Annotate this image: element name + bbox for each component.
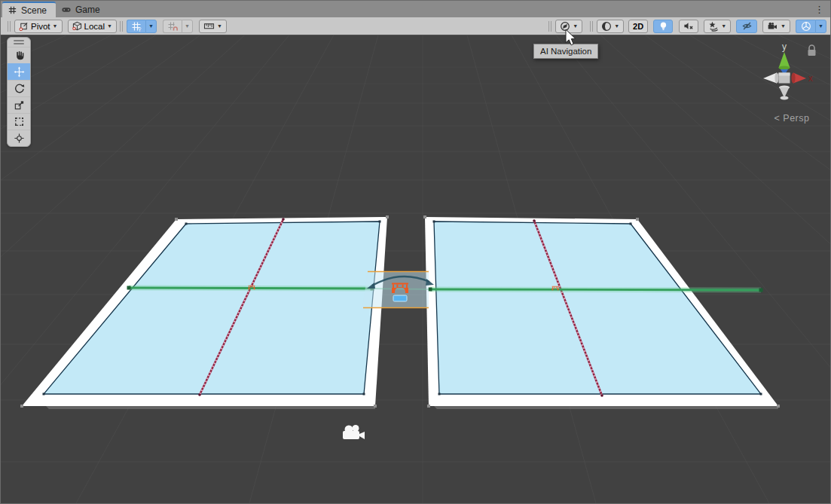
dropdown-arrow-icon: ▼ <box>781 23 786 29</box>
effects-visibility-button[interactable]: ▼ <box>704 20 731 33</box>
overlay-drag-handle[interactable] <box>8 38 30 47</box>
toolbar-separator <box>548 21 549 32</box>
dropdown-arrow-icon: ▼ <box>721 23 726 29</box>
table-shadows <box>46 406 778 409</box>
cube-local-icon <box>72 21 82 31</box>
y-neg-cone[interactable] <box>779 86 790 100</box>
toolbar-drag-handle[interactable] <box>8 21 8 32</box>
gizmos-icon <box>801 21 811 32</box>
dropdown-arrow-icon: ▼ <box>217 23 222 29</box>
scene-lighting-toggle[interactable] <box>653 20 673 33</box>
snap-increment-button[interactable]: ▼ <box>199 20 227 33</box>
x-neg-cone[interactable] <box>763 73 779 84</box>
gamepad-icon <box>61 5 72 14</box>
rect-tool-button[interactable] <box>8 113 30 130</box>
tool-handle-position-button[interactable]: Pivot ▼ <box>14 20 63 33</box>
transform-tool-icon <box>14 133 25 144</box>
projection-mode-label[interactable]: < Persp <box>754 113 829 124</box>
rect-tool-icon <box>14 116 25 127</box>
audio-muted-icon <box>683 21 694 31</box>
toolbar-separator <box>120 21 121 32</box>
audio-mute-toggle[interactable] <box>679 20 698 33</box>
dropdown-arrow-icon: ▼ <box>53 23 58 29</box>
pivot-label: Pivot <box>31 22 50 31</box>
orientation-gizmo-graphic: y <box>754 40 829 111</box>
tab-bar: Scene Game ⋮ <box>1 1 830 17</box>
scene-grid-icon <box>8 5 17 15</box>
dropdown-arrow-icon: ▼ <box>107 23 112 29</box>
unity-scene-view-window: Scene Game ⋮ Pivot ▼ <box>0 0 831 504</box>
lock-icon[interactable] <box>808 45 816 56</box>
mouse-cursor-icon <box>561 29 576 48</box>
grid-visibility-dropdown[interactable]: ▼ <box>145 20 157 33</box>
toolbar-right-group: ▼ ▼ 2D <box>545 20 826 33</box>
scale-tool-icon <box>14 99 25 111</box>
navmesh-plane-right[interactable] <box>423 215 780 408</box>
hand-tool-icon <box>14 50 25 61</box>
toolbar-separator <box>590 21 591 32</box>
2d-label: 2D <box>633 22 643 31</box>
orientation-gizmo[interactable]: y <box>754 40 829 124</box>
x-axis-label: x <box>808 73 813 84</box>
2d-view-toggle[interactable]: 2D <box>628 20 648 33</box>
scene-3d-world <box>1 35 830 503</box>
x-axis-cone[interactable] <box>791 73 806 84</box>
y-axis-label: y <box>782 41 787 52</box>
snap-magnet-icon <box>167 21 178 32</box>
rotate-tool-button[interactable] <box>8 80 30 96</box>
shading-sphere-icon <box>601 21 612 32</box>
gizmo-center-cube[interactable] <box>779 73 790 84</box>
scene-toolbar: Pivot ▼ Local ▼ Y ▼ <box>1 17 830 35</box>
dropdown-arrow-icon: ▼ <box>614 23 619 29</box>
tab-game[interactable]: Game <box>56 2 109 17</box>
scene-camera-icon <box>767 21 778 31</box>
gizmos-toggle[interactable] <box>796 20 815 33</box>
gizmos-dropdown[interactable]: ▼ <box>815 20 826 33</box>
camera-gizmo-icon[interactable] <box>343 425 365 439</box>
grid-axis-icon: Y <box>131 21 142 32</box>
scene-grid <box>1 35 830 503</box>
scene-viewport[interactable]: y <box>1 35 830 503</box>
svg-text:Y: Y <box>138 26 142 32</box>
grid-visibility-group: Y ▼ <box>127 20 157 33</box>
navmesh-plane-left[interactable] <box>20 215 389 408</box>
tool-handle-rotation-button[interactable]: Local ▼ <box>68 20 117 33</box>
tools-overlay <box>7 37 31 147</box>
camera-settings-button[interactable]: ▼ <box>762 20 790 33</box>
grid-snapping-dropdown: ▼ <box>182 20 193 33</box>
grid-snapping-group: ▼ <box>163 20 193 33</box>
tab-scene-label: Scene <box>21 5 47 16</box>
gizmos-group: ▼ <box>796 20 826 33</box>
scene-visibility-toggle[interactable] <box>736 20 757 33</box>
lightbulb-icon <box>658 21 668 32</box>
ruler-icon <box>203 21 215 31</box>
effects-star-icon <box>708 21 719 32</box>
overflow-menu-icon[interactable]: ⋮ <box>814 5 824 14</box>
dropdown-arrow-icon: ▼ <box>573 23 578 29</box>
draw-mode-button[interactable]: ▼ <box>597 20 624 33</box>
transform-tool-button[interactable] <box>8 130 30 146</box>
navmesh-link-selection[interactable] <box>362 271 434 308</box>
eye-slash-icon <box>741 21 753 31</box>
y-axis-cone[interactable] <box>779 52 790 70</box>
scale-tool-button[interactable] <box>8 96 30 113</box>
pivot-icon <box>19 21 29 31</box>
tab-game-label: Game <box>75 5 100 15</box>
tab-scene[interactable]: Scene <box>2 2 56 17</box>
grid-snapping-button <box>163 20 182 33</box>
rotate-tool-icon <box>14 83 25 94</box>
move-tool-icon <box>14 66 25 78</box>
chevron-left-icon: < <box>774 113 781 124</box>
view-tool-button[interactable] <box>8 47 30 63</box>
move-tool-button[interactable] <box>8 63 30 80</box>
grid-visibility-button[interactable]: Y <box>127 20 145 33</box>
local-label: Local <box>84 22 105 31</box>
